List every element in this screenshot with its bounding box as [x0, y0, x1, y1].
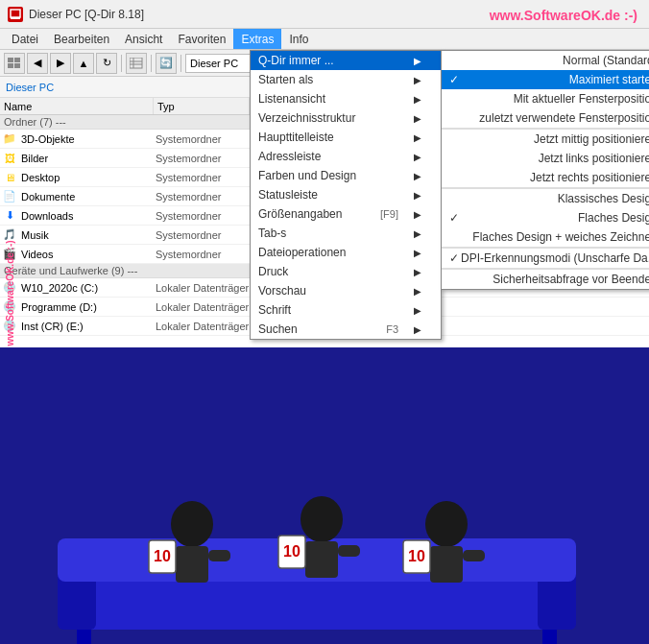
- toolbar-refresh-btn[interactable]: ↻: [96, 53, 117, 74]
- submenu-arrow-2: ▶: [414, 94, 421, 105]
- svg-rect-4: [8, 63, 13, 68]
- breadcrumb-dieser-pc[interactable]: Dieser PC: [6, 82, 54, 93]
- menu-suchen[interactable]: Suchen F3 ▶: [251, 320, 441, 339]
- file-type-dokumente: Systemordner: [156, 191, 252, 203]
- file-name-e: Inst (CR) (E:): [21, 321, 156, 332]
- submenu-arrow-3: ▶: [414, 113, 421, 124]
- check-flach: ✓: [449, 211, 461, 225]
- menu-favoriten[interactable]: Favoriten: [170, 29, 233, 49]
- folder-icon-dokumente: 📄: [2, 189, 17, 204]
- check-maximiert: ✓: [449, 73, 461, 86]
- file-type-downloads: Systemordner: [156, 210, 252, 222]
- svg-rect-17: [176, 546, 208, 583]
- file-name-downloads: Downloads: [21, 210, 156, 222]
- svg-rect-19: [208, 550, 230, 561]
- toolbar-forward-btn[interactable]: ▶: [50, 53, 71, 74]
- submenu-flach[interactable]: ✓ Flaches Design: [442, 208, 649, 227]
- toolbar-separator-2: [151, 55, 152, 72]
- menu-vorschau[interactable]: Vorschau ▶: [251, 281, 441, 300]
- file-type-e: Lokaler Datenträger: [156, 321, 252, 332]
- svg-rect-3: [14, 58, 20, 62]
- submenu-dpi[interactable]: ✓ DPI-Erkennungsmodi (Unscharfe Da...: [442, 248, 649, 269]
- menu-listenansicht[interactable]: Listenansicht ▶: [251, 89, 441, 108]
- toolbar-back-btn[interactable]: ◀: [27, 53, 48, 74]
- submenu-arrow-5: ▶: [414, 152, 421, 162]
- menu-dateioperationen[interactable]: Dateioperationen ▶: [251, 243, 441, 262]
- file-type-d: Lokaler Datenträger: [156, 301, 252, 313]
- menu-tab-s[interactable]: Tab-s ▶: [251, 224, 441, 243]
- submenu-mit-aktueller[interactable]: Mit aktueller Fensterposition: [442, 89, 649, 108]
- svg-rect-25: [338, 545, 360, 557]
- col-header-name[interactable]: Name: [0, 98, 154, 114]
- shortcut-f9: [F9]: [380, 208, 398, 220]
- file-name-videos: Videos: [21, 249, 156, 260]
- shortcut-f3: F3: [386, 323, 398, 335]
- svg-rect-5: [14, 63, 20, 68]
- menu-statusleiste[interactable]: Statusleiste ▶: [251, 185, 441, 204]
- svg-text:10: 10: [283, 543, 300, 560]
- svg-rect-14: [77, 630, 91, 644]
- menu-datei[interactable]: Datei: [4, 29, 46, 49]
- folder-icon-bilder: 🖼: [2, 151, 17, 166]
- bottom-illustration: 10 10 10: [0, 471, 649, 644]
- submenu-sicherheit[interactable]: Sicherheitsabfrage vor Beenden: [442, 269, 649, 289]
- svg-rect-6: [130, 58, 142, 68]
- svg-rect-0: [11, 10, 20, 17]
- col-header-type[interactable]: Typ: [154, 98, 250, 114]
- folder-icon-desktop: 🖥: [2, 170, 17, 185]
- submenu-maximiert[interactable]: ✓ Maximiert starten: [442, 70, 649, 89]
- file-name-d: Programme (D:): [21, 301, 156, 313]
- menu-bearbeiten[interactable]: Bearbeiten: [46, 29, 117, 49]
- submenu-arrow-12: ▶: [414, 286, 421, 297]
- menu-groessenangaben[interactable]: Größenangaben [F9] ▶: [251, 204, 441, 224]
- file-name-3d: 3D-Objekte: [21, 133, 156, 145]
- submenu-mittig[interactable]: Jetzt mittig positionieren: [442, 129, 649, 149]
- app-icon: [8, 7, 23, 22]
- toolbar-refresh2-btn[interactable]: 🔄: [156, 53, 177, 74]
- toolbar-up-btn[interactable]: ▲: [73, 53, 94, 74]
- menu-ansicht[interactable]: Ansicht: [117, 29, 170, 49]
- menu-adressleiste[interactable]: Adressleiste ▶: [251, 147, 441, 166]
- file-name-bilder: Bilder: [21, 153, 156, 164]
- menu-schrift[interactable]: Schrift ▶: [251, 300, 441, 320]
- submenu-arrow-10: ▶: [414, 248, 421, 258]
- submenu-klassisch[interactable]: Klassisches Design: [442, 188, 649, 208]
- svg-point-28: [425, 501, 468, 547]
- toolbar-grid-btn[interactable]: [126, 53, 147, 74]
- menu-info[interactable]: Info: [281, 29, 316, 49]
- file-type-videos: Systemordner: [156, 249, 252, 260]
- submenu-arrow-11: ▶: [414, 267, 421, 277]
- toolbar-view-btn[interactable]: [4, 53, 25, 74]
- file-name-c: W10_2020c (C:): [21, 282, 156, 294]
- menu-farben-design[interactable]: Farben und Design ▶: [251, 166, 441, 185]
- submenu-arrow-8: ▶: [414, 209, 421, 220]
- submenu-flach-weich[interactable]: Flaches Design + weiches Zeichnen: [442, 227, 649, 248]
- file-name-musik: Musik: [21, 229, 156, 241]
- submenu-zuletzt[interactable]: zuletzt verwendete Fensterposition: [442, 108, 649, 129]
- submenu-links[interactable]: Jetzt links positionieren: [442, 149, 649, 168]
- menu-qdir-immer[interactable]: Q-Dir immer ... ▶: [251, 51, 441, 70]
- file-type-c: Lokaler Datenträger: [156, 282, 252, 294]
- submenu-normal[interactable]: Normal (Standard): [442, 51, 649, 70]
- file-type-musik: Systemordner: [156, 229, 252, 241]
- submenu-rechts[interactable]: Jetzt rechts positionieren: [442, 168, 649, 188]
- window-title: Dieser PC [Q-Dir 8.18]: [29, 8, 144, 21]
- menu-verzeichnisstruktur[interactable]: Verzeichnisstruktur ▶: [251, 108, 441, 128]
- svg-point-16: [171, 501, 213, 547]
- file-type-bilder: Systemordner: [156, 153, 252, 164]
- svg-rect-2: [8, 58, 13, 62]
- folder-icon-3d: 📁: [2, 131, 17, 147]
- svg-rect-23: [305, 541, 338, 578]
- toolbar-separator-1: [121, 55, 122, 72]
- menu-bar: Datei Bearbeiten Ansicht Favoriten Extra…: [0, 29, 649, 50]
- submenu-arrow-13: ▶: [414, 305, 421, 316]
- svg-point-22: [300, 496, 343, 542]
- file-name-dokumente: Dokumente: [21, 191, 156, 203]
- submenu-arrow-6: ▶: [414, 171, 421, 181]
- svg-text:10: 10: [154, 548, 171, 564]
- menu-extras[interactable]: Extras: [233, 29, 281, 49]
- menu-druck[interactable]: Druck ▶: [251, 262, 441, 281]
- menu-starten-als[interactable]: Starten als ▶: [251, 70, 441, 89]
- submenu-arrow-1: ▶: [414, 75, 421, 85]
- menu-haupttitelleiste[interactable]: Haupttitelleiste ▶: [251, 128, 441, 147]
